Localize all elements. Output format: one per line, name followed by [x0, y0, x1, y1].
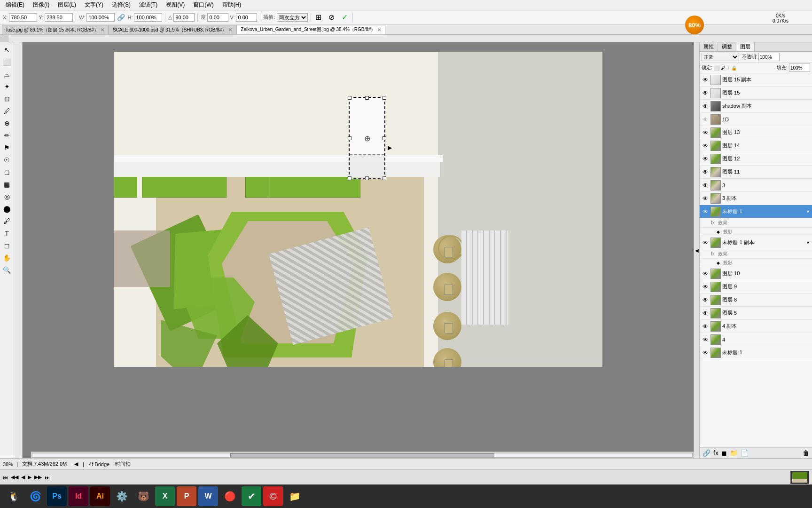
panel-tab-layers[interactable]: 图层	[736, 42, 755, 51]
zoom-tool[interactable]: 🔍	[1, 264, 13, 276]
menu-help[interactable]: 帮助(H)	[219, 0, 245, 10]
dodge-tool[interactable]: ⬤	[1, 203, 13, 214]
taskbar-app-app5[interactable]: ⚙️	[112, 486, 132, 506]
layer-visibility-toggle[interactable]: 👁	[702, 283, 709, 291]
timeline-btn-prev-prev[interactable]: ⏮	[3, 475, 8, 480]
lock-transparent-icon[interactable]: ⬜	[714, 65, 719, 71]
layer-visibility-toggle[interactable]: 👁	[702, 103, 709, 110]
taskbar-app-app7[interactable]: 🔴	[220, 486, 240, 506]
tab-close-2[interactable]: ✕	[377, 27, 381, 32]
lasso-tool[interactable]: ⌓	[1, 69, 13, 80]
h-input[interactable]	[134, 13, 162, 22]
layer-row[interactable]: 👁 图层 13	[700, 126, 812, 139]
timeline-btn-next-next[interactable]: ⏭	[45, 475, 50, 480]
eyedropper-tool[interactable]: 🖊	[1, 105, 13, 117]
interpolation-select[interactable]: 两次立方 两次线性 邻近	[277, 13, 308, 22]
timeline-btn-play[interactable]: ▶	[28, 474, 31, 480]
layer-row[interactable]: 👁 图层 14	[700, 139, 812, 152]
layer-row[interactable]: 👁 图层 15 副本	[700, 73, 812, 87]
taskbar-app-app8[interactable]: ✔	[242, 486, 261, 506]
lock-image-icon[interactable]: 🖌	[721, 65, 726, 71]
layer-row[interactable]: 👁 3 副本	[700, 192, 812, 205]
x-input[interactable]	[9, 13, 37, 22]
layer-shadow-row[interactable]: ◆ 投影	[700, 228, 812, 236]
layer-row[interactable]: 👁 未标题-1 ▼	[700, 205, 812, 218]
blur-tool[interactable]: ◎	[1, 191, 13, 202]
layer-visibility-toggle[interactable]: 👁	[702, 155, 709, 163]
timeline-btn-next[interactable]: ▶▶	[34, 474, 42, 480]
layer-effect-row[interactable]: fx 效果	[700, 218, 812, 228]
new-group-icon[interactable]: 📁	[730, 449, 738, 457]
layer-row[interactable]: 👁 1D	[700, 113, 812, 126]
menu-image[interactable]: 图像(I)	[29, 0, 53, 10]
layer-visibility-toggle[interactable]: 👁	[702, 336, 709, 343]
layer-row[interactable]: 👁 图层 5	[700, 307, 812, 320]
layer-visibility-toggle[interactable]: 👁	[702, 116, 709, 123]
menu-view[interactable]: 视图(V)	[162, 0, 188, 10]
layer-row[interactable]: 👁 图层 11	[700, 166, 812, 179]
layer-visibility-toggle[interactable]: 👁	[702, 195, 709, 202]
new-layer-icon[interactable]: 📄	[741, 449, 749, 457]
canvas-area[interactable]: ⊕ ▶	[23, 42, 694, 458]
healing-tool[interactable]: ⊕	[1, 118, 13, 129]
layer-visibility-toggle[interactable]: 👁	[702, 89, 709, 97]
tab-1[interactable]: SCALE 600-1000.psd @ 31.9%（SHRUB3, RGB/8…	[109, 25, 237, 34]
text-tool[interactable]: T	[1, 228, 13, 239]
layer-shadow-row-2[interactable]: ◆ 投影	[700, 259, 812, 267]
layer-effect-row-2[interactable]: fx 效果	[700, 249, 812, 259]
layer-visibility-toggle[interactable]: 👁	[702, 270, 709, 278]
timeline-tab[interactable]: 4f Bridge	[89, 461, 109, 467]
layer-row[interactable]: 👁 图层 8	[700, 294, 812, 307]
tab-close-0[interactable]: ✕	[101, 27, 104, 32]
opacity-input[interactable]	[758, 53, 780, 61]
layer-row[interactable]: 👁 4	[700, 333, 812, 346]
gradient-tool[interactable]: ▦	[1, 179, 13, 190]
taskbar-app-indesign[interactable]: Id	[69, 486, 88, 506]
marquee-tool[interactable]: ⬜	[1, 56, 13, 68]
menu-text[interactable]: 文字(Y)	[81, 0, 107, 10]
menu-edit[interactable]: 编辑(E)	[2, 0, 28, 10]
taskbar-app-app6[interactable]: 🐻	[133, 486, 153, 506]
lock-all-icon[interactable]: 🔒	[731, 65, 737, 71]
confirm-transform-icon[interactable]: ✓	[340, 13, 350, 22]
layer-style-icon[interactable]: fx	[713, 449, 718, 457]
timeline-btn-prev[interactable]: ◀◀	[11, 474, 18, 480]
scroll-track-h[interactable]	[32, 453, 693, 458]
tab-close-1[interactable]: ✕	[228, 27, 232, 32]
scroll-thumb-h[interactable]	[230, 453, 494, 457]
menu-select[interactable]: 选择(S)	[108, 0, 134, 10]
angle-input[interactable]	[173, 13, 195, 22]
tab-0[interactable]: fuse.jpg @ 89.1%（图层 15 副本, RGB/8#） ✕	[2, 25, 109, 34]
cancel-transform-icon[interactable]: ⊘	[327, 13, 336, 22]
panel-tab-properties[interactable]: 属性	[700, 42, 718, 51]
taskbar-app-app9[interactable]: ©	[263, 486, 283, 506]
layer-mask-icon[interactable]: ◼	[721, 449, 727, 457]
bridge-tab[interactable]: 时间轴	[115, 460, 131, 468]
fill-input[interactable]	[789, 64, 810, 72]
timeline-preview[interactable]	[790, 471, 809, 484]
taskbar-app-word[interactable]: W	[198, 486, 218, 506]
layer-row[interactable]: 👁 3	[700, 179, 812, 192]
magic-wand-tool[interactable]: ✦	[1, 81, 13, 92]
eraser-tool[interactable]: ◻	[1, 167, 13, 178]
hand-tool[interactable]: ✋	[1, 252, 13, 263]
layer-row[interactable]: 👁 图层 10	[700, 267, 812, 280]
taskbar-app-files[interactable]: 📁	[285, 486, 304, 506]
layer-row[interactable]: 👁 未标题-1 副本 ▼	[700, 236, 812, 249]
layer-row[interactable]: 👁 shadow 副本	[700, 100, 812, 113]
layer-visibility-toggle[interactable]: 👁	[702, 208, 709, 215]
horizontal-scrollbar[interactable]	[31, 452, 694, 458]
layer-visibility-toggle[interactable]: 👁	[702, 142, 709, 150]
blend-mode-select[interactable]: 正常	[702, 53, 739, 61]
taskbar-app-excel[interactable]: X	[155, 486, 175, 506]
menu-window[interactable]: 窗口(W)	[189, 0, 217, 10]
layer-link-icon[interactable]: 🔗	[703, 449, 710, 457]
y-input[interactable]	[45, 13, 73, 22]
layer-row[interactable]: 👁 未标题-1	[700, 346, 812, 359]
layer-visibility-toggle[interactable]: 👁	[702, 349, 709, 357]
taskbar-app-photoshop[interactable]: Ps	[47, 486, 67, 506]
layer-visibility-toggle[interactable]: 👁	[702, 76, 709, 84]
panel-tab-adjustments[interactable]: 调整	[718, 42, 736, 51]
layer-visibility-toggle[interactable]: 👁	[702, 182, 709, 189]
nav-prev[interactable]: ◀	[74, 461, 78, 467]
